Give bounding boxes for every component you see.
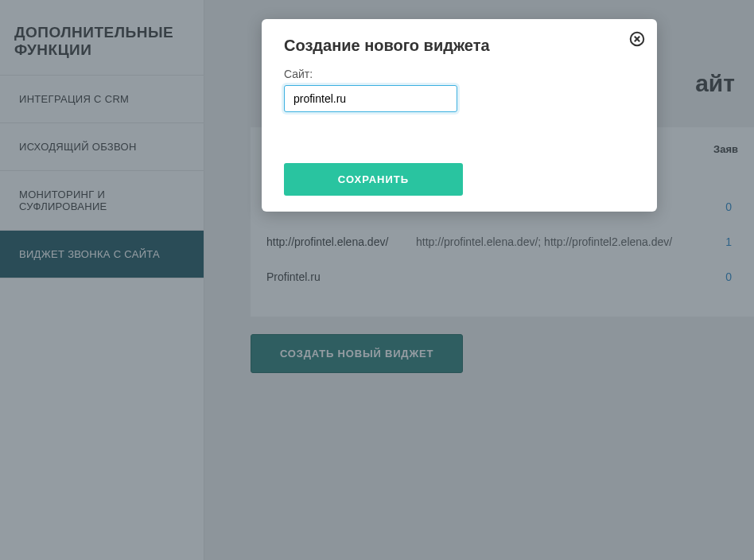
save-button[interactable]: СОХРАНИТЬ <box>284 163 463 196</box>
modal-title: Создание нового виджета <box>284 37 635 55</box>
site-input[interactable] <box>284 85 457 112</box>
close-icon[interactable] <box>628 30 646 48</box>
create-widget-modal: Создание нового виджета Сайт: СОХРАНИТЬ <box>262 19 657 212</box>
site-field-label: Сайт: <box>284 68 635 80</box>
